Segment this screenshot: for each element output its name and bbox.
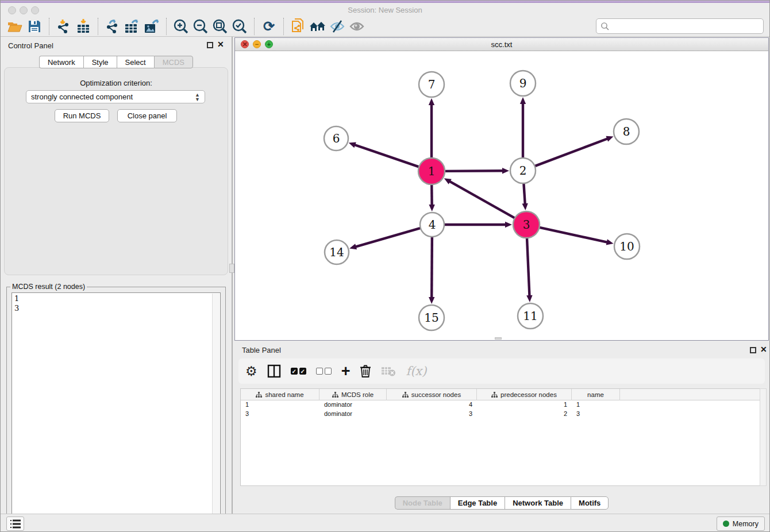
cell-successor-nodes[interactable]: 4 xyxy=(387,400,477,410)
refresh-icon[interactable]: ⟳ xyxy=(259,18,279,35)
graph-edge[interactable] xyxy=(449,181,515,219)
graph-edge[interactable] xyxy=(444,171,503,171)
search-input[interactable] xyxy=(610,21,763,31)
run-mcds-button[interactable]: Run MCDS xyxy=(55,109,109,122)
tab-select[interactable]: Select xyxy=(117,56,154,68)
column-header-name[interactable]: name xyxy=(572,389,620,400)
graph-node-9[interactable]: 9 xyxy=(510,71,536,96)
graph-node-4[interactable]: 4 xyxy=(420,213,444,237)
export-table-icon[interactable] xyxy=(122,18,142,35)
delete-table-icon[interactable] xyxy=(381,363,396,380)
tab-node-table[interactable]: Node Table xyxy=(395,496,450,510)
vertical-splitter-grip[interactable] xyxy=(229,264,234,273)
share-document-icon[interactable] xyxy=(288,18,308,35)
tab-edge-table[interactable]: Edge Table xyxy=(450,496,505,510)
float-panel-icon[interactable] xyxy=(207,42,213,48)
graph-edge[interactable] xyxy=(432,236,432,298)
column-header-successor-nodes[interactable]: successor nodes xyxy=(387,389,477,400)
graph-node-10[interactable]: 10 xyxy=(614,234,640,259)
graph-edge[interactable] xyxy=(538,227,608,242)
add-icon[interactable]: + xyxy=(341,363,351,380)
deselect-all-icon[interactable] xyxy=(316,363,332,380)
hide-eye-icon[interactable] xyxy=(328,18,347,35)
cell-shared-name[interactable]: 1 xyxy=(241,400,319,410)
select-all-icon[interactable]: ✓✓ xyxy=(291,363,306,380)
memory-button[interactable]: Memory xyxy=(717,516,765,531)
graph-node-2[interactable]: 2 xyxy=(510,158,536,183)
graph-node-11[interactable]: 11 xyxy=(518,303,543,329)
network-canvas[interactable]: 7968124314101511 xyxy=(235,51,768,340)
tab-motifs[interactable]: Motifs xyxy=(571,496,609,510)
export-image-icon[interactable] xyxy=(142,18,161,35)
horizontal-splitter-grip[interactable] xyxy=(495,337,502,340)
search-field[interactable] xyxy=(596,18,764,34)
svg-text:7: 7 xyxy=(428,78,436,91)
import-network-icon[interactable] xyxy=(54,18,74,35)
graph-edge[interactable] xyxy=(354,145,420,167)
cell-name[interactable]: 3 xyxy=(572,410,620,419)
function-builder-icon[interactable]: f(x) xyxy=(406,363,426,380)
zoom-selected-icon[interactable] xyxy=(230,18,249,35)
optimization-criterion-select[interactable]: strongly connected component ▲▼ xyxy=(26,90,205,103)
close-panel-icon[interactable]: ✕ xyxy=(217,40,224,48)
cell-shared-name[interactable]: 3 xyxy=(241,410,319,419)
graph-edge[interactable] xyxy=(534,138,608,167)
graph-edge-arrowhead xyxy=(526,295,532,302)
cell-mcds-role[interactable]: dominator xyxy=(319,410,387,419)
optimization-criterion-label: Optimization criterion: xyxy=(1,79,232,87)
mcds-result-scrollbar[interactable] xyxy=(212,294,220,532)
vertical-splitter[interactable] xyxy=(232,37,233,514)
export-network-icon[interactable] xyxy=(103,18,122,35)
delete-icon[interactable] xyxy=(360,363,371,380)
graph-node-15[interactable]: 15 xyxy=(419,305,444,330)
mcds-result-text[interactable]: 1 3 xyxy=(11,292,221,532)
close-panel-button[interactable]: Close panel xyxy=(117,109,177,122)
column-header-shared-name[interactable]: shared name xyxy=(241,389,319,400)
table-float-panel-icon[interactable] xyxy=(750,347,756,353)
task-history-button[interactable] xyxy=(6,516,24,531)
gear-icon[interactable]: ⚙ xyxy=(245,363,257,380)
graph-node-14[interactable]: 14 xyxy=(325,240,349,264)
cell-predecessor-nodes[interactable]: 2 xyxy=(477,410,572,419)
graph-node-6[interactable]: 6 xyxy=(324,126,348,151)
column-header-predecessor-nodes[interactable]: predecessor nodes xyxy=(477,389,572,400)
cell-name[interactable]: 1 xyxy=(572,400,620,410)
save-icon[interactable] xyxy=(25,18,44,35)
list-icon xyxy=(10,519,21,529)
chevron-up-down-icon: ▲▼ xyxy=(195,92,200,102)
table-row[interactable]: 1 dominator 4 1 1 xyxy=(241,400,762,410)
column-header-mcds-role[interactable]: MCDS role xyxy=(319,389,387,400)
tab-network-table[interactable]: Network Table xyxy=(505,496,571,510)
zoom-in-icon[interactable] xyxy=(171,18,191,35)
table-scrollbar[interactable] xyxy=(760,388,767,486)
cell-successor-nodes[interactable]: 3 xyxy=(387,410,477,419)
graph-edge[interactable] xyxy=(355,228,422,247)
table-tabs: Node Table Edge Table Network Table Moti… xyxy=(234,496,769,510)
statusbar: Memory xyxy=(1,514,769,532)
table-close-panel-icon[interactable]: ✕ xyxy=(760,345,767,353)
open-folder-icon[interactable] xyxy=(5,18,25,35)
import-table-icon[interactable] xyxy=(74,18,93,35)
graph-node-8[interactable]: 8 xyxy=(614,119,639,144)
titlebar: Session: New Session xyxy=(1,3,769,17)
svg-text:14: 14 xyxy=(329,245,344,259)
tab-network[interactable]: Network xyxy=(39,56,83,68)
graph-node-1[interactable]: 1 xyxy=(418,158,445,184)
zoom-fit-icon[interactable] xyxy=(210,18,230,35)
tab-mcds[interactable]: MCDS xyxy=(154,56,193,68)
svg-text:11: 11 xyxy=(523,309,537,323)
homes-icon[interactable] xyxy=(308,18,328,35)
zoom-out-icon[interactable] xyxy=(191,18,210,35)
tab-style[interactable]: Style xyxy=(83,56,117,68)
attribute-icon xyxy=(256,392,262,398)
cell-mcds-role[interactable]: dominator xyxy=(319,400,387,410)
graph-edge[interactable] xyxy=(523,182,525,205)
graph-edge[interactable] xyxy=(527,237,530,296)
graph-node-3[interactable]: 3 xyxy=(513,211,540,238)
columns-icon[interactable] xyxy=(267,363,281,380)
table-row[interactable]: 3 dominator 3 2 3 xyxy=(241,410,762,419)
cell-predecessor-nodes[interactable]: 1 xyxy=(477,400,572,410)
graph-node-7[interactable]: 7 xyxy=(419,72,444,97)
show-eye-icon[interactable] xyxy=(347,18,367,35)
network-window-titlebar[interactable]: ✕ − + scc.txt xyxy=(235,38,768,51)
